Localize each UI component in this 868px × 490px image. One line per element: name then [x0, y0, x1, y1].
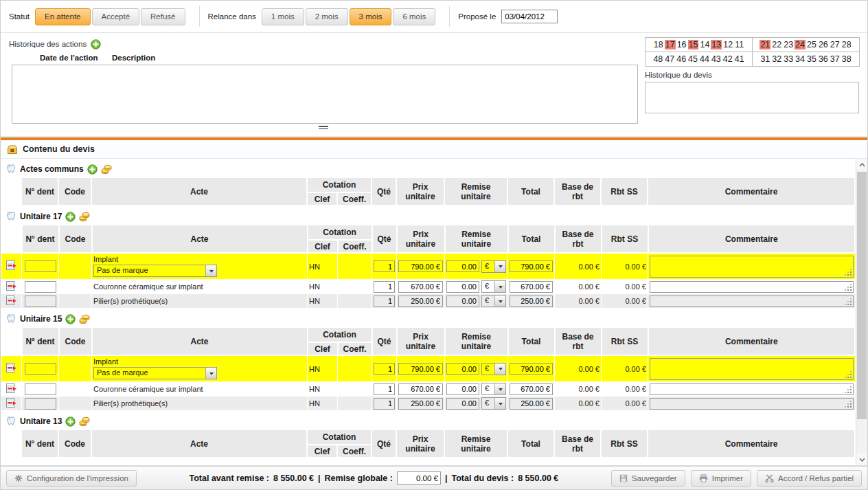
comment-textarea[interactable] — [650, 281, 854, 293]
print-config-button[interactable]: Configuration de l'impression — [6, 470, 137, 487]
unit-price-input[interactable] — [398, 281, 443, 293]
brand-select[interactable]: Pas de marque — [93, 367, 217, 379]
unit-discount-input[interactable] — [446, 260, 479, 272]
remise-globale-input[interactable] — [397, 471, 441, 485]
row-detail-icon[interactable] — [6, 363, 17, 372]
tarifs-coins-icon[interactable] — [79, 416, 90, 427]
relance-button-4[interactable]: 6 mois — [393, 8, 435, 25]
comment-textarea[interactable] — [650, 358, 854, 380]
actions-history-table[interactable] — [12, 65, 638, 124]
tooth-number[interactable]: 33 — [783, 54, 794, 64]
accord-refus-button[interactable]: Accord / Refus partiel — [757, 470, 862, 487]
dropdown-arrow-icon[interactable] — [494, 281, 505, 292]
tooth-number[interactable]: 35 — [806, 54, 817, 64]
devis-history-box[interactable] — [645, 82, 859, 113]
tooth-number[interactable]: 32 — [771, 54, 782, 64]
dropdown-arrow-icon[interactable] — [494, 296, 505, 307]
tooth-number[interactable]: 42 — [722, 54, 733, 64]
row-detail-icon[interactable] — [6, 281, 17, 291]
discount-unit-select[interactable]: € — [481, 397, 506, 410]
comment-textarea[interactable] — [650, 398, 854, 410]
tooth-number[interactable]: 41 — [734, 54, 745, 64]
comment-textarea[interactable] — [650, 256, 854, 278]
quantity-input[interactable] — [374, 260, 395, 272]
dropdown-arrow-icon[interactable] — [205, 368, 216, 379]
dropdown-arrow-icon[interactable] — [494, 383, 505, 394]
tarifs-coins-icon[interactable] — [79, 313, 90, 324]
print-button[interactable]: Imprimer — [691, 470, 751, 487]
comment-textarea[interactable] — [650, 383, 854, 395]
propose-date-input[interactable] — [501, 10, 558, 23]
scrollbar-thumb[interactable] — [857, 172, 867, 419]
relance-button-2[interactable]: 2 mois — [306, 8, 348, 25]
unit-discount-input[interactable] — [446, 296, 479, 307]
statut-button-1[interactable]: En attente — [35, 8, 90, 25]
line-total-input[interactable] — [510, 383, 553, 395]
unit-discount-input[interactable] — [446, 383, 479, 395]
line-total-input[interactable] — [510, 260, 553, 272]
discount-unit-select[interactable]: € — [481, 383, 506, 395]
unit-price-input[interactable] — [398, 296, 443, 307]
add-action-icon[interactable] — [91, 39, 101, 49]
tooth-number[interactable]: 17 — [665, 40, 676, 49]
row-detail-icon[interactable] — [6, 260, 17, 270]
tooth-number[interactable]: 12 — [722, 40, 733, 49]
tooth-number[interactable]: 14 — [699, 40, 710, 49]
dropdown-arrow-icon[interactable] — [494, 364, 505, 375]
tooth-number[interactable]: 34 — [795, 54, 806, 64]
tooth-number[interactable]: 18 — [653, 40, 664, 49]
tooth-number[interactable]: 45 — [687, 54, 698, 64]
quantity-input[interactable] — [374, 281, 395, 293]
discount-unit-select[interactable]: € — [481, 280, 506, 293]
line-total-input[interactable] — [510, 296, 553, 307]
tooth-number-input[interactable] — [25, 398, 56, 410]
tooth-number[interactable]: 38 — [841, 54, 852, 64]
brand-select[interactable]: Pas de marque — [93, 265, 217, 277]
add-acte-icon[interactable] — [65, 416, 76, 427]
relance-button-1[interactable]: 1 mois — [262, 8, 304, 25]
tooth-number[interactable]: 13 — [711, 40, 722, 49]
scroll-down-button[interactable] — [856, 454, 867, 465]
comment-textarea[interactable] — [650, 296, 854, 307]
panel-resize-handle[interactable] — [315, 126, 332, 129]
tooth-number[interactable]: 37 — [830, 54, 841, 64]
tooth-number[interactable]: 46 — [676, 54, 687, 64]
tooth-number[interactable]: 26 — [818, 40, 829, 49]
save-button[interactable]: Sauvegarder — [611, 470, 685, 487]
line-total-input[interactable] — [510, 281, 553, 293]
tooth-number[interactable]: 21 — [760, 40, 770, 49]
tooth-number[interactable]: 44 — [699, 54, 710, 64]
tooth-number[interactable]: 23 — [783, 40, 794, 49]
tooth-number[interactable]: 48 — [652, 54, 663, 64]
quantity-input[interactable] — [374, 383, 395, 395]
unit-discount-input[interactable] — [446, 363, 479, 375]
quantity-input[interactable] — [374, 296, 395, 307]
row-detail-icon[interactable] — [6, 296, 17, 305]
tooth-number[interactable]: 24 — [795, 40, 806, 49]
discount-unit-select[interactable]: € — [481, 260, 506, 273]
tooth-number[interactable]: 22 — [771, 40, 782, 49]
tooth-number[interactable]: 11 — [734, 40, 744, 49]
unit-price-input[interactable] — [398, 383, 443, 395]
tooth-number[interactable]: 27 — [830, 40, 841, 49]
tooth-number[interactable]: 43 — [711, 54, 722, 64]
unit-discount-input[interactable] — [446, 281, 479, 293]
discount-unit-select[interactable]: € — [481, 363, 506, 375]
tarifs-coins-icon[interactable] — [101, 164, 112, 175]
add-acte-icon[interactable] — [87, 164, 98, 175]
scroll-up-button[interactable] — [856, 159, 867, 170]
unit-price-input[interactable] — [398, 398, 443, 410]
tooth-number-input[interactable] — [25, 296, 56, 307]
tooth-number-input[interactable] — [25, 383, 56, 395]
add-acte-icon[interactable] — [65, 212, 76, 222]
tooth-number[interactable]: 15 — [688, 40, 699, 49]
tooth-number[interactable]: 36 — [818, 54, 829, 64]
add-acte-icon[interactable] — [65, 314, 76, 324]
tooth-number-input[interactable] — [25, 363, 56, 375]
statut-button-2[interactable]: Accepté — [92, 8, 140, 25]
unit-discount-input[interactable] — [446, 398, 479, 410]
quantity-input[interactable] — [374, 398, 395, 410]
row-detail-icon[interactable] — [6, 383, 17, 393]
vertical-scrollbar[interactable] — [856, 159, 867, 465]
tooth-number[interactable]: 47 — [664, 54, 675, 64]
